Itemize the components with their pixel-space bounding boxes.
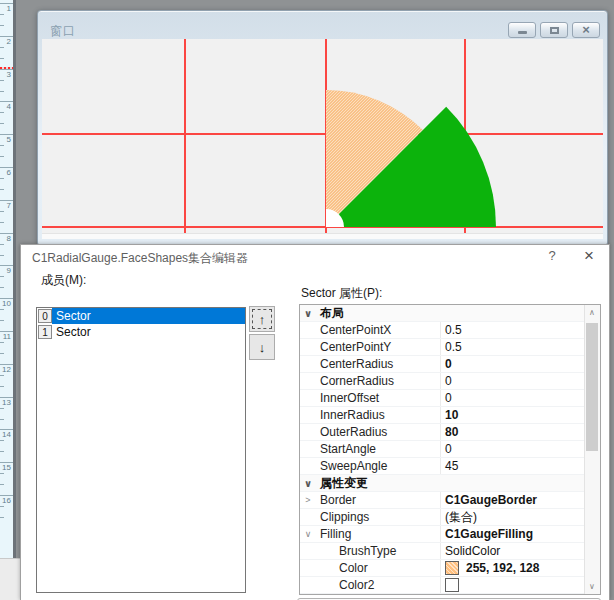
property-row[interactable]: Color2: [300, 577, 585, 594]
property-row[interactable]: OuterRadius80: [300, 424, 585, 441]
maximize-icon: [550, 27, 559, 34]
property-row[interactable]: StartAngle0: [300, 441, 585, 458]
gauge-preview: [42, 39, 603, 239]
chevron-down-icon[interactable]: ∨: [300, 305, 316, 322]
property-value[interactable]: 0: [440, 356, 585, 372]
property-row[interactable]: InnerOffset0: [300, 390, 585, 407]
property-value[interactable]: [440, 577, 585, 593]
ruler-minor-tick: [0, 156, 4, 157]
category-row[interactable]: ∨属性变更: [300, 475, 585, 492]
move-down-button[interactable]: ↓: [249, 334, 275, 360]
member-row[interactable]: 1Sector: [37, 324, 245, 340]
property-value[interactable]: 10: [440, 407, 585, 423]
close-icon[interactable]: ×: [579, 246, 599, 266]
property-value[interactable]: 0: [440, 373, 585, 389]
property-value-text: 0: [445, 357, 452, 371]
property-value-text: C1GaugeFilling: [445, 527, 533, 541]
member-index[interactable]: 0: [38, 309, 52, 323]
property-name: CornerRadius: [316, 374, 440, 388]
ruler-minor-tick: [0, 419, 4, 420]
ruler-minor-tick: [0, 58, 4, 59]
member-row[interactable]: 0Sector: [37, 308, 245, 324]
ruler-number: 6: [7, 168, 11, 177]
property-value[interactable]: 0.5: [440, 322, 585, 338]
ruler-minor-tick: [0, 91, 4, 92]
maximize-button[interactable]: [540, 22, 568, 38]
ruler-minor-tick: [0, 244, 4, 245]
property-name: 属性变更: [316, 475, 585, 492]
property-value-text: 80: [445, 425, 458, 439]
design-canvas[interactable]: [42, 39, 603, 239]
property-value[interactable]: (集合): [440, 509, 585, 525]
minimize-icon: [518, 31, 527, 34]
close-icon: ×: [582, 24, 590, 36]
property-value[interactable]: 0: [440, 390, 585, 406]
property-row[interactable]: >BorderC1GaugeBorder: [300, 492, 585, 509]
property-name: CenterPointX: [316, 323, 440, 337]
chevron-right-icon[interactable]: >: [300, 492, 316, 509]
move-up-button[interactable]: ↑: [249, 306, 275, 332]
chevron-down-icon[interactable]: ∨: [300, 526, 316, 543]
close-button[interactable]: ×: [572, 22, 600, 38]
property-name: InnerOffset: [316, 391, 440, 405]
dialog-title: C1RadialGauge.FaceShapes集合编辑器: [32, 250, 248, 267]
ruler-number: 8: [7, 234, 11, 243]
ruler-minor-tick: [0, 145, 4, 146]
ruler-minor-tick: [0, 189, 4, 190]
member-index[interactable]: 1: [38, 325, 52, 339]
ruler-minor-tick: [0, 517, 4, 518]
property-value-text: 0.5: [445, 323, 462, 337]
scrollbar[interactable]: ∧ ∨: [584, 305, 600, 594]
ruler-minor-tick: [0, 287, 4, 288]
ruler-minor-tick: [0, 440, 4, 441]
property-value[interactable]: 0: [440, 441, 585, 457]
property-value[interactable]: C1GaugeFilling: [440, 526, 585, 542]
ruler-number: 15: [2, 463, 11, 472]
ruler-minor-tick: [0, 342, 4, 343]
property-value-text: (集合): [445, 509, 477, 525]
category-row[interactable]: ∨布局: [300, 305, 585, 322]
property-row[interactable]: CenterPointX0.5: [300, 322, 585, 339]
ruler-minor-tick: [0, 222, 4, 223]
property-value[interactable]: SolidColor: [440, 543, 585, 559]
ruler-minor-tick: [0, 353, 4, 354]
ruler-number: 2: [7, 37, 11, 46]
property-value[interactable]: 255, 192, 128: [440, 560, 585, 576]
property-name: Color2: [316, 578, 440, 592]
members-label: 成员(M):: [41, 272, 86, 289]
property-value-text: C1GaugeBorder: [445, 493, 537, 507]
minimize-button[interactable]: [508, 22, 536, 38]
ruler-minor-tick: [0, 25, 4, 26]
help-icon[interactable]: ?: [544, 248, 560, 263]
property-row[interactable]: CenterPointY0.5: [300, 339, 585, 356]
members-listbox[interactable]: 0Sector1Sector: [36, 307, 246, 593]
ruler-number: 10: [2, 299, 11, 308]
property-row[interactable]: Color255, 192, 128: [300, 560, 585, 577]
property-name: Clippings: [316, 510, 440, 524]
property-row[interactable]: BrushTypeSolidColor: [300, 543, 585, 560]
property-name: SweepAngle: [316, 459, 440, 473]
property-value-text: 0.5: [445, 340, 462, 354]
property-name: StartAngle: [316, 442, 440, 456]
ruler-minor-tick: [0, 506, 4, 507]
scroll-up-icon[interactable]: ∧: [585, 308, 599, 317]
property-value[interactable]: C1GaugeBorder: [440, 492, 585, 508]
property-row[interactable]: CenterRadius0: [300, 356, 585, 373]
ruler-number: 12: [2, 365, 11, 374]
scroll-down-icon[interactable]: ∨: [585, 582, 599, 591]
property-name: Filling: [316, 527, 440, 541]
property-name: BrushType: [316, 544, 440, 558]
property-name: OuterRadius: [316, 425, 440, 439]
scrollbar-thumb[interactable]: [586, 323, 598, 451]
property-value[interactable]: 45: [440, 458, 585, 474]
ruler-minor-tick: [0, 484, 4, 485]
property-value[interactable]: 80: [440, 424, 585, 440]
ruler-minor-tick: [0, 473, 4, 474]
property-row[interactable]: ∨FillingC1GaugeFilling: [300, 526, 585, 543]
property-row[interactable]: InnerRadius10: [300, 407, 585, 424]
property-row[interactable]: Clippings(集合): [300, 509, 585, 526]
property-value[interactable]: 0.5: [440, 339, 585, 355]
property-row[interactable]: CornerRadius0: [300, 373, 585, 390]
property-row[interactable]: SweepAngle45: [300, 458, 585, 475]
chevron-down-icon[interactable]: ∨: [300, 475, 316, 492]
